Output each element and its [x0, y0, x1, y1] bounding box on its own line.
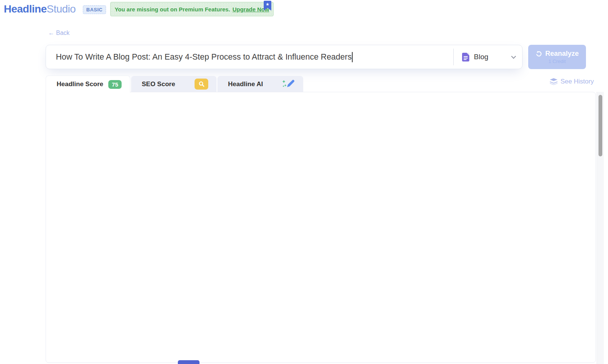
- panel-scrollbar-thumb[interactable]: [598, 95, 602, 156]
- logo-studio: Studio: [47, 3, 76, 15]
- tab-headline-score[interactable]: Headline Score 75: [46, 76, 130, 93]
- layers-icon: [550, 78, 557, 85]
- gauge-marker-pill: [178, 360, 200, 364]
- headline-studio-app: HeadlineStudio BASIC You are missing out…: [0, 0, 608, 364]
- logo-headline: Headline: [4, 3, 47, 15]
- premium-upsell-banner: You are missing out on Premium Features.…: [110, 2, 274, 16]
- headline-input-card: How To Write A Blog Post: An Easy 4-Step…: [46, 45, 522, 69]
- document-icon: [462, 53, 469, 61]
- plan-badge: BASIC: [83, 5, 106, 14]
- refresh-icon: [535, 50, 542, 57]
- upgrade-now-link[interactable]: Upgrade Now: [233, 6, 269, 13]
- reanalyze-credits: 1 Credit: [548, 58, 566, 64]
- panel-scrollbar-track[interactable]: [597, 92, 604, 364]
- see-history-link[interactable]: See History: [550, 78, 594, 85]
- headline-score-badge: 75: [108, 80, 122, 89]
- tab-headline-ai[interactable]: Headline AI: [217, 76, 303, 92]
- text-caret: [352, 52, 353, 62]
- premium-message: You are missing out on Premium Features.: [115, 6, 230, 13]
- pencil-sparkles-icon: [282, 79, 295, 89]
- reanalyze-button[interactable]: Reanalyze 1 Credit: [528, 45, 586, 69]
- headline-score-panel: [46, 92, 596, 363]
- tab-seo-score[interactable]: SEO Score: [131, 76, 217, 92]
- content-type-select[interactable]: Blog: [454, 45, 522, 69]
- app-logo: HeadlineStudio: [4, 3, 76, 15]
- magnifier-icon: [195, 79, 208, 90]
- back-button[interactable]: ← Back: [48, 30, 70, 36]
- headline-input[interactable]: How To Write A Blog Post: An Easy 4-Step…: [46, 52, 453, 62]
- chevron-down-icon: [511, 54, 516, 59]
- back-arrow-icon: ←: [48, 30, 54, 36]
